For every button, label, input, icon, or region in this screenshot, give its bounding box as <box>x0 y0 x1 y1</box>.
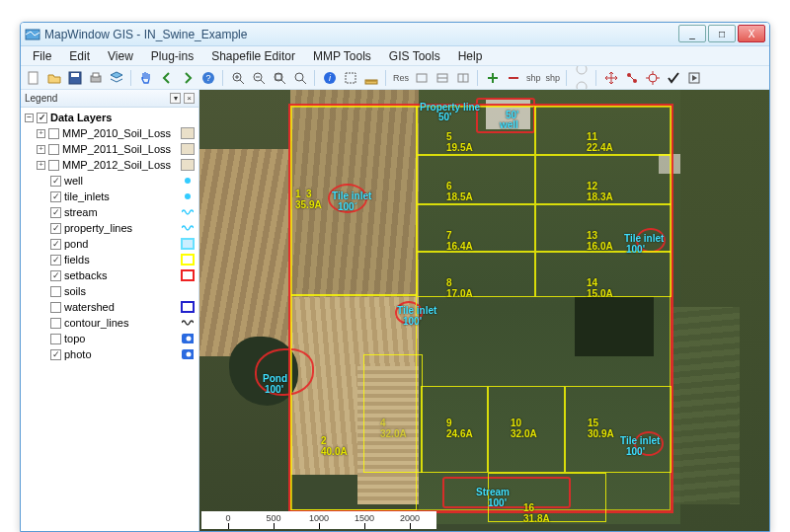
run-icon[interactable] <box>685 69 703 87</box>
tree-toggle[interactable]: + <box>37 129 45 138</box>
layer-checkbox[interactable] <box>50 302 61 313</box>
toolbar-label-shp2: shp <box>545 73 562 83</box>
map-annotation: 50' <box>438 112 452 122</box>
tb-res2-icon[interactable] <box>434 69 451 87</box>
tb-res1-icon[interactable] <box>413 69 431 87</box>
legend-item-contour_lines[interactable]: contour_lines <box>25 315 195 331</box>
check-icon[interactable] <box>665 69 682 87</box>
minimize-button[interactable]: _ <box>678 25 706 42</box>
print-icon[interactable] <box>87 69 105 87</box>
layer-checkbox[interactable] <box>50 223 61 234</box>
identify-icon[interactable]: i <box>321 69 339 87</box>
layer-checkbox[interactable] <box>50 176 61 187</box>
layer-label: MMP_2012_Soil_Loss <box>62 159 178 171</box>
nav-forward-icon[interactable] <box>179 69 197 87</box>
svg-rect-15 <box>346 73 356 83</box>
legend-item-MMP_2010_Soil_Loss[interactable]: +MMP_2010_Soil_Loss <box>25 125 195 141</box>
scale-tick-label: 500 <box>266 513 280 523</box>
map-annotation: Tile inlet <box>624 233 664 244</box>
legend-item-property_lines[interactable]: property_lines <box>25 220 195 236</box>
legend-header[interactable]: Legend ▾ × <box>21 90 198 108</box>
help-icon[interactable]: ? <box>199 69 217 87</box>
map-annotation: Tile inlet <box>397 305 436 316</box>
legend-item-MMP_2011_Soil_Loss[interactable]: +MMP_2011_Soil_Loss <box>25 141 195 157</box>
layer-checkbox[interactable] <box>48 144 59 155</box>
tree-toggle[interactable]: + <box>37 161 45 170</box>
field-label-9: 924.6A <box>446 418 473 439</box>
legend-root-label: Data Layers <box>50 112 195 123</box>
menu-help[interactable]: Help <box>450 47 491 65</box>
layer-checkbox[interactable] <box>50 286 61 297</box>
tb-res3-icon[interactable] <box>454 69 472 87</box>
measure-icon[interactable] <box>362 69 380 87</box>
legend-item-photo[interactable]: photo <box>25 346 195 362</box>
map-annotation: Pond <box>263 373 287 384</box>
tree-toggle-root[interactable]: − <box>25 114 34 122</box>
menu-plug-ins[interactable]: Plug-ins <box>143 47 201 65</box>
layer-label: well <box>64 175 178 187</box>
legend-item-stream[interactable]: stream <box>25 204 195 220</box>
field-label-5: 519.5A <box>446 131 473 153</box>
legend-body[interactable]: −Data Layers+MMP_2010_Soil_Loss+MMP_2011… <box>21 108 198 531</box>
app-window: MapWindow GIS - IN_Swine_Example _ □ X F… <box>20 22 770 532</box>
nav-back-icon[interactable] <box>158 69 176 87</box>
zoom-sel-icon[interactable] <box>291 69 309 87</box>
legend-item-topo[interactable]: topo <box>25 331 195 346</box>
new-icon[interactable] <box>25 69 42 87</box>
zoom-in-icon[interactable] <box>229 69 247 87</box>
zoom-extent-icon[interactable] <box>271 69 288 87</box>
menu-file[interactable]: File <box>25 47 59 65</box>
layer-checkbox[interactable] <box>50 239 61 250</box>
move-icon[interactable] <box>602 69 620 87</box>
legend-item-setbacks[interactable]: setbacks <box>25 267 195 283</box>
legend-item-soils[interactable]: soils <box>25 283 195 299</box>
menu-edit[interactable]: Edit <box>61 47 98 65</box>
checkbox-root[interactable] <box>37 113 47 123</box>
field-label-7: 716.4A <box>446 230 473 252</box>
open-icon[interactable] <box>45 69 63 87</box>
select-icon[interactable] <box>342 69 359 87</box>
maximize-button[interactable]: □ <box>708 25 736 42</box>
map-annotation: 100' <box>626 446 645 457</box>
menu-shapefile-editor[interactable]: Shapefile Editor <box>203 47 303 65</box>
legend-item-pond[interactable]: pond <box>25 236 195 252</box>
layer-checkbox[interactable] <box>50 270 61 281</box>
menu-view[interactable]: View <box>100 47 141 65</box>
layer-label: tile_inlets <box>64 190 178 202</box>
menu-gis-tools[interactable]: GIS Tools <box>381 47 448 65</box>
field-label-2: 240.0A <box>321 435 348 457</box>
node-icon[interactable] <box>623 69 641 87</box>
close-button[interactable]: X <box>738 25 765 42</box>
layer-checkbox[interactable] <box>50 255 61 266</box>
layer-checkbox[interactable] <box>50 318 61 329</box>
tb-add-icon[interactable] <box>484 69 502 87</box>
layer-checkbox[interactable] <box>48 128 59 139</box>
layer-checkbox[interactable] <box>50 207 61 218</box>
layer-label: topo <box>64 333 178 344</box>
save-icon[interactable] <box>66 69 84 87</box>
legend-item-tile_inlets[interactable]: tile_inlets <box>25 189 195 204</box>
tb-disabled-5 <box>573 78 591 91</box>
legend-item-fields[interactable]: fields <box>25 252 195 267</box>
layer-checkbox[interactable] <box>50 191 61 202</box>
legend-item-MMP_2012_Soil_Loss[interactable]: +MMP_2012_Soil_Loss <box>25 157 195 173</box>
legend-dropdown-icon[interactable]: ▾ <box>170 93 181 104</box>
field-label-10: 1032.0A <box>511 418 537 439</box>
legend-item-watershed[interactable]: watershed <box>25 299 195 315</box>
map-annotation: 100' <box>488 497 507 508</box>
tb-remove-icon[interactable] <box>505 69 522 87</box>
svg-point-25 <box>577 82 587 91</box>
layers-icon[interactable] <box>108 69 125 87</box>
tree-toggle[interactable]: + <box>37 145 45 154</box>
pan-icon[interactable] <box>137 69 155 87</box>
layer-checkbox[interactable] <box>48 160 59 171</box>
menu-mmp-tools[interactable]: MMP Tools <box>305 47 379 65</box>
crosshair-icon[interactable] <box>644 69 662 87</box>
layer-checkbox[interactable] <box>50 334 61 344</box>
zoom-out-icon[interactable] <box>250 69 268 87</box>
map-canvas[interactable]: Property line50'50'wellTile inlet100´Til… <box>199 90 769 531</box>
titlebar[interactable]: MapWindow GIS - IN_Swine_Example _ □ X <box>21 23 769 46</box>
layer-checkbox[interactable] <box>50 349 61 360</box>
legend-item-well[interactable]: well <box>25 173 195 189</box>
legend-close-icon[interactable]: × <box>184 93 195 104</box>
